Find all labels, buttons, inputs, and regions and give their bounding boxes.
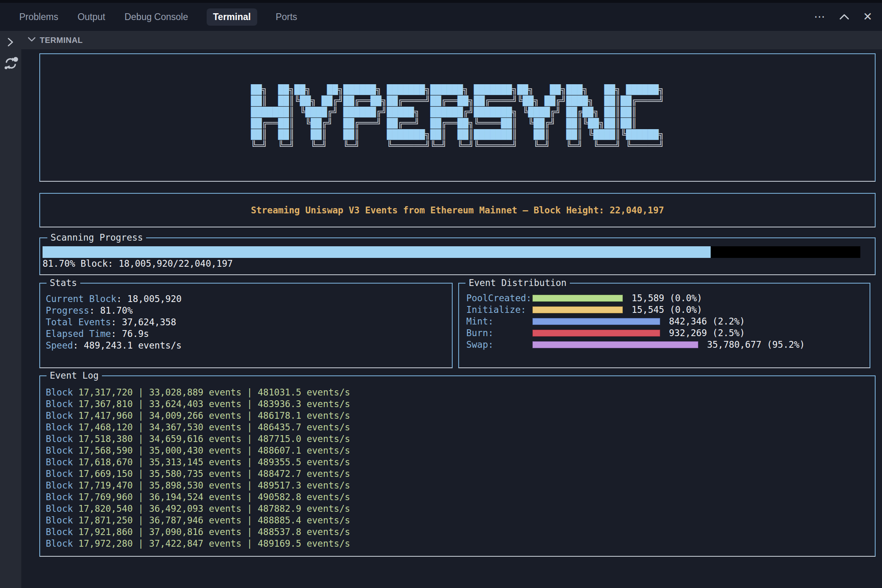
progress-bar-fill [43, 246, 711, 258]
dist-row-burn: Burn: 932,269 (2.5%) [466, 327, 870, 339]
log-row: Block 17,518,380 | 34,659,616 events | 4… [46, 433, 875, 445]
expand-panel-icon[interactable] [6, 36, 21, 49]
hypersync-ascii: ██╗ ██╗██╗ ██╗██████╗ ███████╗██████╗ ██… [251, 84, 664, 151]
stream-info-box: Streaming Uniswap V3 Events from Ethereu… [39, 193, 876, 227]
log-row: Block 17,769,960 | 36,194,524 events | 4… [46, 491, 875, 503]
event-log-box: Event Log Block 17,317,720 | 33,028,889 … [39, 375, 876, 557]
initialize-bar [532, 306, 623, 313]
stats-title: Stats [47, 277, 80, 289]
stat-speed: Speed: 489,243.1 events/s [46, 340, 452, 351]
panel-tab-bar: Problems Output Debug Console Terminal P… [0, 0, 882, 31]
log-row: Block 17,972,280 | 37,422,847 events | 4… [46, 538, 875, 549]
event-distribution-box: Event Distribution PoolCreated: 15,589 (… [458, 283, 870, 368]
stat-elapsed-time: Elapsed Time: 76.9s [46, 328, 452, 340]
progress-bar-track [43, 246, 860, 258]
log-row: Block 17,317,720 | 33,028,889 events | 4… [46, 387, 875, 398]
tab-problems[interactable]: Problems [18, 8, 59, 26]
stats-box: Stats Current Block: 18,005,920 Progress… [39, 283, 453, 368]
hypersync-tui: ██╗ ██╗██╗ ██╗██████╗ ███████╗██████╗ ██… [39, 53, 876, 557]
poolcreated-bar [532, 295, 623, 302]
stat-progress: Progress: 81.70% [46, 305, 452, 316]
log-row: Block 17,468,120 | 34,367,530 events | 4… [46, 422, 875, 433]
more-actions-icon[interactable]: ⋯ [814, 11, 825, 22]
log-row: Block 17,417,960 | 34,009,266 events | 4… [46, 410, 875, 422]
hypersync-banner-box: ██╗ ██╗██╗ ██╗██████╗ ███████╗██████╗ ██… [39, 53, 876, 182]
log-row: Block 17,820,540 | 36,492,093 events | 4… [46, 503, 875, 515]
panel-tabs: Problems Output Debug Console Terminal P… [18, 8, 298, 26]
terminal-output-area[interactable]: ██╗ ██╗██╗ ██╗██████╗ ███████╗██████╗ ██… [21, 49, 882, 588]
dist-row-mint: Mint: 842,346 (2.2%) [466, 316, 870, 327]
mint-bar [532, 318, 660, 325]
dist-row-swap: Swap: 35,780,677 (95.2%) [466, 339, 870, 351]
stream-info-text: Streaming Uniswap V3 Events from Ethereu… [251, 205, 664, 216]
chevron-down-icon[interactable] [27, 36, 37, 45]
panel-controls: ⋯ ✕ [814, 11, 872, 22]
event-distribution-title: Event Distribution [465, 277, 570, 289]
tab-terminal[interactable]: Terminal [207, 8, 257, 26]
dist-row-poolcreated: PoolCreated: 15,589 (0.0%) [466, 292, 870, 304]
maximize-panel-icon[interactable] [839, 13, 849, 20]
terminal-section-label: TERMINAL [40, 36, 83, 45]
scanning-progress-box: Scanning Progress 81.70% Block: 18,005,9… [39, 237, 876, 275]
stat-current-block: Current Block: 18,005,920 [46, 293, 452, 305]
burn-bar [532, 330, 660, 337]
stat-total-events: Total Events: 37,624,358 [46, 316, 452, 328]
log-row: Block 17,871,250 | 36,787,946 events | 4… [46, 515, 875, 526]
log-row: Block 17,568,590 | 35,000,430 events | 4… [46, 445, 875, 456]
dist-row-initialize: Initialize: 15,545 (0.0%) [466, 304, 870, 316]
swap-bar [532, 341, 698, 348]
log-row: Block 17,669,150 | 35,580,735 events | 4… [46, 468, 875, 480]
panel-left-gutter [0, 31, 21, 588]
log-row: Block 17,367,810 | 33,624,403 events | 4… [46, 398, 875, 410]
close-panel-icon[interactable]: ✕ [863, 11, 872, 22]
sync-terminals-icon[interactable] [3, 56, 21, 73]
tab-ports[interactable]: Ports [275, 8, 298, 26]
log-row: Block 17,921,860 | 37,090,816 events | 4… [46, 526, 875, 538]
event-log-title: Event Log [47, 370, 102, 381]
tab-debug-console[interactable]: Debug Console [124, 8, 189, 26]
tab-output[interactable]: Output [77, 8, 106, 26]
log-row: Block 17,618,670 | 35,313,145 events | 4… [46, 456, 875, 468]
progress-status-text: 81.70% Block: 18,005,920/22,040,197 [43, 258, 875, 270]
log-row: Block 17,719,470 | 35,898,530 events | 4… [46, 480, 875, 491]
terminal-header-row: TERMINAL [21, 31, 882, 49]
scanning-progress-title: Scanning Progress [47, 232, 146, 243]
stats-distribution-row: Stats Current Block: 18,005,920 Progress… [39, 283, 876, 368]
